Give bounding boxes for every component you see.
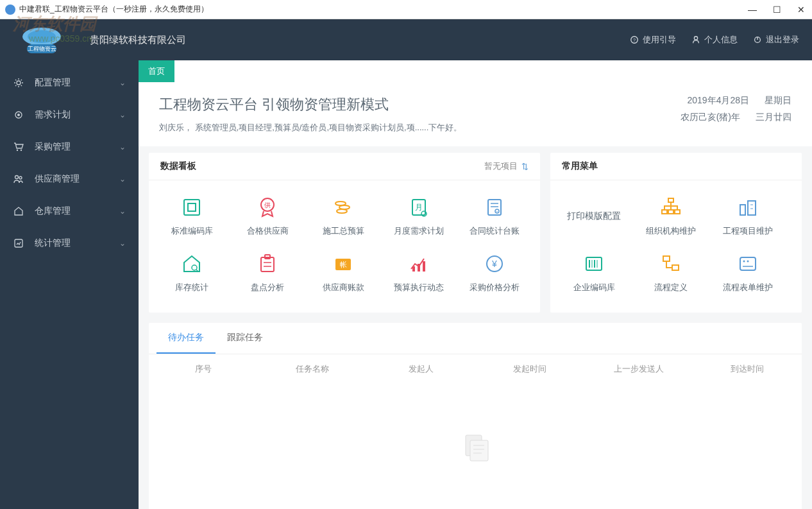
svg-text:+: + (496, 209, 498, 213)
menu-item-print[interactable]: 打印模版配置 (555, 188, 632, 245)
item-icon (736, 252, 759, 275)
svg-point-14 (15, 176, 19, 179)
svg-rect-40 (412, 266, 415, 272)
item-icon (407, 252, 430, 275)
lunar-year: 农历己亥(猪)年 (681, 112, 740, 123)
item-label: 月度需求计划 (394, 225, 444, 237)
svg-point-11 (17, 114, 20, 116)
menu-item-3[interactable]: 流程定义 (632, 245, 709, 301)
sidebar-item-purchase[interactable]: 采购管理 ⌄ (0, 131, 139, 163)
item-icon: 帐 (332, 252, 355, 275)
task-empty (149, 384, 802, 509)
item-label: 流程表单维护 (723, 282, 773, 293)
menu-item-4[interactable]: 流程表单维护 (709, 245, 786, 301)
menu-item-2[interactable]: 企业编码库 (555, 245, 632, 301)
svg-rect-48 (675, 210, 680, 214)
item-icon (659, 196, 682, 219)
guide-label: 使用引导 (643, 34, 676, 46)
tab-home[interactable]: 首页 (139, 60, 174, 82)
svg-rect-60 (740, 257, 756, 270)
chevron-down-icon: ⌄ (119, 207, 126, 216)
item-label: 流程定义 (654, 282, 688, 293)
data-panel: 数据看板 暂无项目 ⇅ 标准编码库供合格供应商施工总预算月月度需求计划+合同统计… (149, 153, 540, 313)
close-button[interactable]: ✕ (795, 4, 807, 15)
item-icon (582, 252, 605, 275)
chevron-down-icon: ⌄ (119, 78, 126, 87)
svg-rect-41 (418, 264, 420, 272)
svg-text:供: 供 (264, 202, 271, 209)
sidebar-label: 采购管理 (35, 141, 71, 153)
task-tab-todo[interactable]: 待办任务 (156, 323, 216, 354)
item-icon: ¥ (483, 252, 506, 275)
task-col-5: 到达时间 (693, 363, 802, 375)
task-col-2: 发起人 (366, 363, 475, 375)
profile-label: 个人信息 (704, 34, 738, 46)
titlebar: 中建君联_工程物资云平台（一秒注册，永久免费使用） — ☐ ✕ (0, 0, 812, 19)
sidebar-item-demand[interactable]: 需求计划 ⌄ (0, 99, 139, 131)
item-label: 库存统计 (175, 282, 208, 293)
svg-rect-17 (184, 200, 199, 215)
minimize-button[interactable]: — (747, 4, 758, 15)
sidebar-label: 统计管理 (35, 237, 71, 249)
user-icon (691, 35, 700, 44)
tab-bar: 首页 (139, 60, 812, 82)
menu-item-0[interactable]: 组织机构维护 (632, 188, 709, 245)
sidebar-item-warehouse[interactable]: 仓库管理 ⌄ (0, 195, 139, 227)
task-tab-track[interactable]: 跟踪任务 (216, 323, 275, 354)
task-col-0: 序号 (149, 363, 258, 375)
sidebar-item-stats[interactable]: 统计管理 ⌄ (0, 227, 139, 259)
data-item-4[interactable]: +合同统计台账 (457, 188, 532, 245)
logout-link[interactable]: 退出登录 (753, 34, 799, 46)
svg-point-13 (21, 150, 22, 151)
svg-rect-18 (188, 203, 196, 211)
header: 工程物资云 贵阳绿软科技有限公司 ? 使用引导 个人信息 退出登录 (0, 19, 812, 60)
data-item-8[interactable]: 预算执行动态 (381, 245, 457, 301)
gear-icon (13, 77, 24, 89)
item-label: 预算执行动态 (394, 282, 444, 293)
svg-point-32 (192, 265, 197, 270)
guide-link[interactable]: ? 使用引导 (630, 34, 676, 46)
item-label: 采购价格分析 (469, 282, 520, 293)
item-icon (736, 196, 759, 219)
item-label: 工程项目维护 (723, 225, 773, 237)
svg-rect-47 (668, 210, 673, 214)
weekday-text: 星期日 (765, 95, 791, 107)
svg-point-61 (743, 261, 745, 263)
svg-rect-50 (748, 201, 756, 215)
sort-icon: ⇅ (521, 162, 529, 171)
panel-extra[interactable]: 暂无项目 ⇅ (484, 160, 529, 172)
data-item-1[interactable]: 供合格供应商 (230, 188, 305, 245)
data-item-3[interactable]: 月月度需求计划 (381, 188, 457, 245)
menu-item-1[interactable]: 工程项目维护 (709, 188, 786, 245)
extra-label: 暂无项目 (484, 160, 518, 172)
data-item-6[interactable]: 盘点分析 (230, 245, 305, 301)
date-text: 2019年4月28日 (687, 95, 749, 107)
window-title: 中建君联_工程物资云平台（一秒注册，永久免费使用） (19, 4, 747, 15)
sidebar-item-supplier[interactable]: 供应商管理 ⌄ (0, 163, 139, 195)
task-col-4: 上一步发送人 (584, 363, 693, 375)
banner-title: 工程物资云平台 引领物资管理新模式 (159, 95, 681, 114)
data-item-5[interactable]: 库存统计 (154, 245, 230, 301)
data-item-0[interactable]: 标准编码库 (154, 188, 230, 245)
profile-link[interactable]: 个人信息 (691, 34, 738, 46)
cart-icon (13, 141, 24, 153)
menu-panel: 常用菜单 打印模版配置组织机构维护工程项目维护企业编码库流程定义流程表单维护 (550, 153, 802, 313)
data-item-7[interactable]: 帐供应商账款 (305, 245, 381, 301)
sidebar-item-config[interactable]: 配置管理 ⌄ (0, 67, 139, 99)
data-item-9[interactable]: ¥采购价格分析 (457, 245, 532, 301)
svg-text:¥: ¥ (491, 259, 497, 269)
item-label: 企业编码库 (573, 282, 615, 293)
item-icon (659, 252, 682, 275)
lunar-day: 三月廿四 (756, 112, 791, 123)
chart-icon (13, 237, 24, 249)
svg-point-62 (747, 261, 749, 263)
maximize-button[interactable]: ☐ (771, 4, 782, 15)
data-item-2[interactable]: 施工总预算 (305, 188, 381, 245)
sidebar-label: 仓库管理 (35, 205, 71, 217)
chevron-down-icon: ⌄ (119, 239, 126, 248)
sidebar: 配置管理 ⌄ 需求计划 ⌄ 采购管理 ⌄ 供应商管理 ⌄ 仓库管理 ⌄ 统计管理… (0, 60, 139, 509)
item-icon: 月 (407, 196, 430, 219)
chevron-down-icon: ⌄ (119, 142, 126, 151)
svg-point-12 (17, 150, 18, 151)
users-icon (13, 173, 24, 185)
